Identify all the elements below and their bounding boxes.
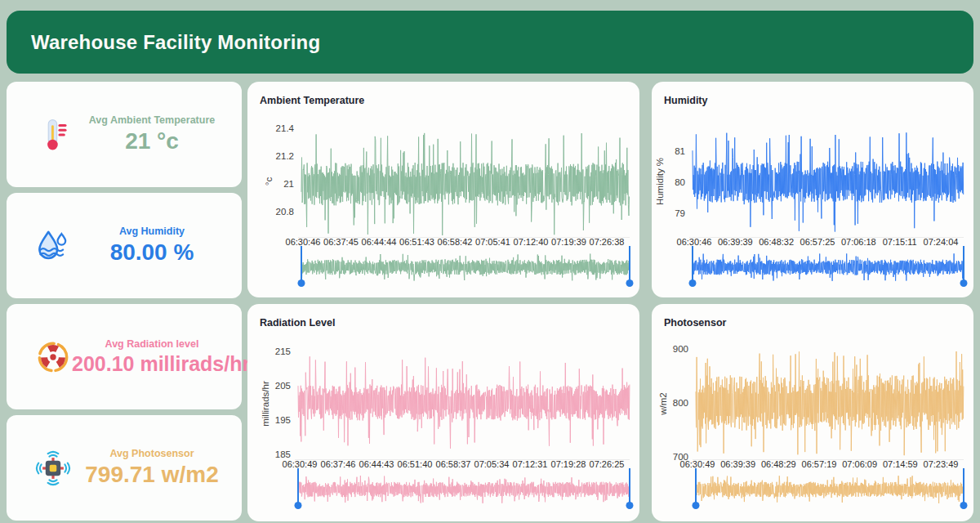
x-tick-label: 06:58:37 <box>436 459 471 469</box>
series-line <box>693 132 964 231</box>
x-tick-label: 06:30:46 <box>286 237 321 247</box>
series-line <box>696 351 964 455</box>
chart-canvas[interactable]: 215205195185millirads/hr06:30:4906:37:46… <box>247 304 639 521</box>
y-tick-label: 20.8 <box>276 207 294 217</box>
x-tick-label: 07:19:39 <box>551 237 586 247</box>
y-tick-label: 21.2 <box>276 151 294 161</box>
stat-label: Avg Humidity <box>72 226 232 237</box>
x-tick-label: 07:12:31 <box>513 459 548 469</box>
series-line <box>298 356 630 449</box>
chart-svg: 900800700w/m206:30:4906:39:3906:48:2906:… <box>652 304 973 521</box>
x-tick-label: 06:37:46 <box>321 459 356 469</box>
y-axis-label: Humidity % <box>655 158 665 205</box>
y-axis-label: °c <box>264 177 274 186</box>
humidity-icon <box>34 227 72 265</box>
stat-label: Avg Photosensor <box>72 448 232 459</box>
stat-card-photosensor: Avg Photosensor 799.71 w/m2 <box>7 415 242 521</box>
stat-value: 799.71 w/m2 <box>72 462 232 488</box>
stat-card-column: Avg Ambient Temperature 21 °c Avg Humidi… <box>7 82 242 521</box>
y-tick-label: 79 <box>675 208 685 218</box>
chart-panel-ambient-temperature: 21.421.22120.8°c06:30:4606:37:4506:44:44… <box>247 82 639 297</box>
chart-title: Radiation Level <box>260 317 335 329</box>
x-tick-label: 07:06:18 <box>841 237 876 247</box>
stat-card-humidity: Avg Humidity 80.00 % <box>7 193 242 298</box>
dashboard-header: Warehouse Facility Monitoring <box>7 11 973 74</box>
chart-panel-humidity: 818079Humidity %06:30:4606:39:3906:48:32… <box>652 82 973 297</box>
x-tick-label: 07:06:09 <box>842 459 877 469</box>
chart-panel-photosensor: 900800700w/m206:30:4906:39:3906:48:2906:… <box>652 304 973 521</box>
chart-title: Ambient Temperature <box>260 95 364 106</box>
stat-value: 21 °c <box>72 128 232 154</box>
photosensor-icon <box>34 449 72 487</box>
stat-card-ambient-temperature: Avg Ambient Temperature 21 °c <box>7 82 242 187</box>
y-tick-label: 81 <box>675 146 685 156</box>
x-tick-label: 06:37:45 <box>323 237 359 247</box>
overview-series-line <box>693 253 964 281</box>
x-tick-label: 06:57:19 <box>802 459 837 469</box>
x-tick-label: 07:26:38 <box>590 237 625 247</box>
x-tick-label: 06:30:49 <box>680 459 715 469</box>
chart-svg: 21.421.22120.8°c06:30:4606:37:4506:44:44… <box>247 82 639 297</box>
stat-card-radiation: Avg Radiation level 200.10 millirads/hr <box>7 304 242 409</box>
x-tick-label: 06:48:29 <box>761 459 796 469</box>
y-tick-label: 21 <box>283 179 294 189</box>
chart-canvas[interactable]: 818079Humidity %06:30:4606:39:3906:48:32… <box>652 82 973 297</box>
x-tick-label: 07:24:04 <box>924 237 959 247</box>
overview-series-line <box>301 254 630 281</box>
x-tick-label: 06:51:43 <box>399 237 434 247</box>
x-tick-label: 06:39:39 <box>720 459 755 469</box>
overview-series-line <box>298 476 630 503</box>
x-tick-label: 06:48:32 <box>759 237 794 247</box>
x-tick-label: 07:19:28 <box>551 459 586 469</box>
chart-canvas[interactable]: 900800700w/m206:30:4906:39:3906:48:2906:… <box>652 304 973 521</box>
chart-svg: 818079Humidity %06:30:4606:39:3906:48:32… <box>652 82 973 297</box>
radiation-icon <box>34 338 72 376</box>
chart-canvas[interactable]: 21.421.22120.8°c06:30:4606:37:4506:44:44… <box>247 82 639 297</box>
x-tick-label: 07:15:11 <box>883 237 917 247</box>
x-tick-label: 06:51:40 <box>398 459 433 469</box>
y-tick-label: 800 <box>673 398 688 408</box>
x-tick-label: 07:23:49 <box>924 459 959 469</box>
chart-title: Photosensor <box>664 317 726 329</box>
stat-label: Avg Ambient Temperature <box>72 114 232 126</box>
x-tick-label: 06:39:39 <box>718 237 753 247</box>
y-axis-label: millirads/hr <box>261 381 270 427</box>
y-tick-label: 195 <box>275 415 291 425</box>
y-tick-label: 21.4 <box>276 123 295 133</box>
x-tick-label: 07:26:25 <box>590 459 625 469</box>
overview-series-line <box>696 476 964 503</box>
x-tick-label: 06:44:43 <box>359 459 394 469</box>
stat-value: 80.00 % <box>72 239 232 266</box>
y-tick-label: 185 <box>275 449 291 459</box>
x-tick-label: 06:30:49 <box>283 459 318 469</box>
x-tick-label: 07:12:40 <box>514 237 549 247</box>
page-title: Warehouse Facility Monitoring <box>31 31 320 54</box>
y-tick-label: 205 <box>275 381 291 391</box>
x-tick-label: 06:58:42 <box>438 237 473 247</box>
x-tick-label: 07:05:34 <box>474 459 510 469</box>
y-tick-label: 215 <box>275 346 291 356</box>
thermometer-icon <box>34 116 72 154</box>
y-tick-label: 80 <box>675 177 685 187</box>
chart-title: Humidity <box>664 95 707 106</box>
x-tick-label: 07:05:41 <box>475 237 510 247</box>
y-tick-label: 900 <box>673 344 688 354</box>
x-tick-label: 07:14:59 <box>883 459 918 469</box>
chart-panel-radiation-level: 215205195185millirads/hr06:30:4906:37:46… <box>247 304 639 521</box>
y-axis-label: w/m2 <box>658 392 668 415</box>
series-line <box>301 133 630 235</box>
x-tick-label: 06:57:25 <box>800 237 835 247</box>
chart-svg: 215205195185millirads/hr06:30:4906:37:46… <box>247 304 639 521</box>
x-tick-label: 06:44:44 <box>362 237 397 247</box>
stat-label: Avg Radiation level <box>72 338 232 350</box>
stat-value: 200.10 millirads/hr <box>72 352 232 376</box>
x-tick-label: 06:30:46 <box>677 237 712 247</box>
